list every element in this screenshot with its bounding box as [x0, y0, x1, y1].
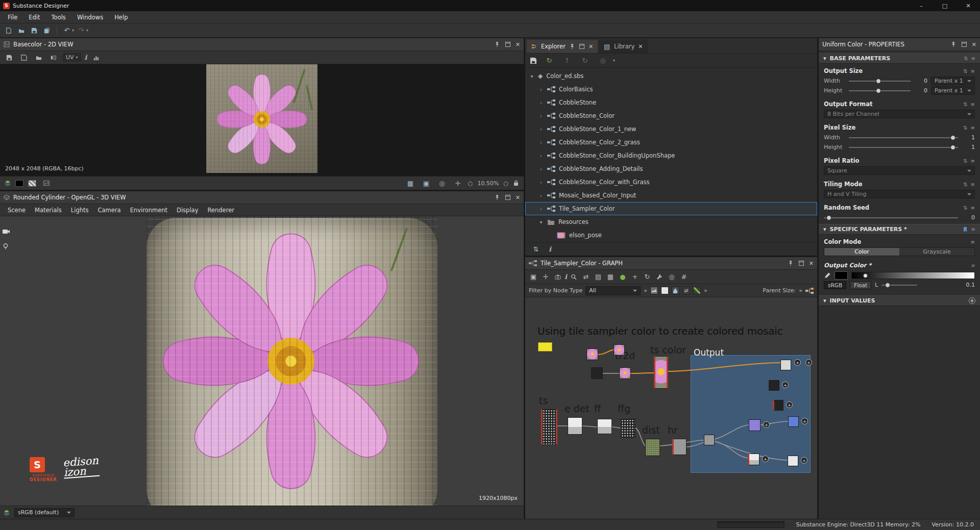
- node-tile-sampler[interactable]: [541, 409, 557, 445]
- link-icon[interactable]: ⇅: [963, 182, 967, 187]
- float-button[interactable]: Float: [850, 281, 871, 289]
- collapse-icon[interactable]: ▾: [823, 226, 826, 233]
- node-transform[interactable]: [586, 348, 598, 360]
- save-package-icon[interactable]: [530, 57, 537, 64]
- expand-icon[interactable]: ›: [538, 206, 544, 212]
- image-information-icon[interactable]: i: [85, 54, 87, 61]
- expand-icon[interactable]: ▾: [538, 219, 544, 225]
- luminance-value-slider[interactable]: [881, 282, 917, 288]
- node-tile-sampler-color[interactable]: [654, 356, 668, 389]
- frame-all-icon[interactable]: ▣: [528, 271, 539, 283]
- tree-graph-row[interactable]: › CobbleStone_Color: [525, 109, 817, 122]
- redo-icon[interactable]: ↷: [76, 25, 87, 36]
- output-port-icon[interactable]: [763, 421, 770, 428]
- view3d-canvas[interactable]: S SUBSTANCE DESIGNER edison izon 1920x10…: [0, 216, 524, 506]
- close-panel-icon[interactable]: ✕: [516, 41, 520, 48]
- node-output-dark[interactable]: [769, 380, 779, 391]
- pin-icon[interactable]: [494, 41, 500, 47]
- colorspace-dropdown[interactable]: sRGB (default): [14, 508, 75, 517]
- param-menu-icon[interactable]: ≡: [971, 102, 975, 107]
- node-edge-detect[interactable]: [568, 417, 582, 435]
- close-tab-icon[interactable]: ✕: [638, 43, 643, 50]
- screenshot-camera-icon[interactable]: [552, 271, 564, 283]
- menu-camera[interactable]: Camera: [93, 207, 125, 214]
- background-color-swatch[interactable]: [15, 180, 23, 187]
- menu-edit[interactable]: Edit: [23, 14, 45, 21]
- link-icon[interactable]: ⇅: [963, 125, 967, 131]
- camera-icon[interactable]: [2, 229, 10, 235]
- pixel-width-slider[interactable]: [849, 135, 958, 141]
- save-all-icon[interactable]: [41, 25, 53, 36]
- pixel-height-value[interactable]: 1: [962, 144, 975, 150]
- link-icon[interactable]: ⇅: [530, 244, 542, 255]
- output-width-slider[interactable]: [849, 78, 911, 84]
- tree-graph-row[interactable]: › CobbleStone_Color_2_grass: [525, 136, 817, 149]
- tree-graph-row[interactable]: › CobbleStone_Adding_Details: [525, 162, 817, 175]
- menu-windows[interactable]: Windows: [71, 14, 109, 21]
- add-input-value-icon[interactable]: +: [969, 297, 975, 304]
- link-icon[interactable]: ⇅: [963, 205, 967, 211]
- frame-label-hr[interactable]: hr: [668, 424, 678, 436]
- node-normal[interactable]: [749, 419, 761, 431]
- histogram-icon[interactable]: [91, 52, 102, 63]
- zoom-out-dot-icon[interactable]: ○: [468, 180, 473, 187]
- graph-canvas[interactable]: Using tile sampler color to create color…: [525, 297, 817, 519]
- parent-size-chevron-icon[interactable]: »: [799, 287, 802, 294]
- bookmark-icon[interactable]: [962, 226, 968, 233]
- center-view-icon[interactable]: ✛: [452, 178, 463, 189]
- color-mode-grayscale-button[interactable]: Grayscale: [899, 248, 974, 256]
- node-roughness[interactable]: [748, 453, 760, 465]
- frame-label-tr2d[interactable]: tr2d: [615, 350, 635, 361]
- uv-mode-dropdown[interactable]: UV ▾: [63, 53, 81, 62]
- node-output-normal[interactable]: [788, 416, 799, 427]
- node-output-basecolor[interactable]: [780, 360, 791, 370]
- search-icon[interactable]: [568, 271, 579, 283]
- frame-label-ts-color[interactable]: ts color: [650, 344, 686, 356]
- menu-scene[interactable]: Scene: [3, 207, 30, 214]
- tree-graph-row[interactable]: › Mosaic_based_Color_Input: [525, 189, 817, 202]
- link-params-icon[interactable]: ⇅: [964, 56, 968, 61]
- luminance-gradient-slider[interactable]: [851, 272, 975, 279]
- frame-label-ffg[interactable]: ffg: [618, 403, 630, 414]
- lock-icon[interactable]: [513, 180, 519, 186]
- frame-label-e-det[interactable]: e det: [565, 403, 590, 414]
- export-icon[interactable]: ↑: [561, 55, 573, 66]
- open-package-icon[interactable]: [16, 25, 27, 36]
- view2d-canvas[interactable]: 2048 x 2048 (RGBA, 16bpc): [0, 64, 524, 176]
- param-menu-icon[interactable]: ≡: [971, 68, 975, 74]
- pixel-ratio-dropdown[interactable]: Square: [824, 166, 975, 175]
- move-mode-icon[interactable]: ✛: [540, 271, 551, 283]
- menu-lights[interactable]: Lights: [66, 207, 93, 214]
- param-menu-icon[interactable]: ≡: [971, 158, 975, 164]
- layers-icon[interactable]: [4, 510, 10, 516]
- expand-icon[interactable]: ›: [538, 113, 544, 119]
- pin-icon[interactable]: [569, 43, 575, 49]
- width-value[interactable]: 0: [914, 78, 927, 84]
- expand-icon[interactable]: ▾: [529, 73, 534, 79]
- align-icon[interactable]: ▤: [593, 271, 604, 283]
- link-nodes-icon[interactable]: ⇄: [580, 271, 592, 283]
- link-icon[interactable]: ⇅: [963, 102, 967, 107]
- param-menu-icon[interactable]: ≡: [971, 205, 975, 211]
- menu-display[interactable]: Display: [172, 207, 203, 214]
- node-output-roughness[interactable]: [788, 456, 798, 466]
- float-panel-icon[interactable]: [579, 43, 585, 49]
- output-port-icon[interactable]: [805, 359, 812, 366]
- undo-history-caret-icon[interactable]: ▾: [72, 28, 74, 33]
- close-button[interactable]: ✕: [957, 0, 980, 11]
- material-filter-swatch[interactable]: [672, 287, 679, 294]
- pin-icon[interactable]: [950, 41, 957, 47]
- width-relative-dropdown[interactable]: Parent x 1: [931, 77, 975, 85]
- graph-information-icon[interactable]: i: [565, 273, 567, 281]
- tab-explorer[interactable]: Explorer ✕: [527, 40, 598, 53]
- close-panel-icon[interactable]: ✕: [809, 260, 814, 267]
- random-seed-value[interactable]: 0: [962, 214, 975, 221]
- tiling-icon[interactable]: ▦: [405, 178, 416, 189]
- tree-graph-row[interactable]: › CobbleStone_Color_1_new: [525, 122, 817, 136]
- tools-wrench-icon[interactable]: [654, 271, 665, 283]
- node-input-image[interactable]: [619, 367, 631, 379]
- reload-icon[interactable]: ↻: [579, 55, 591, 66]
- node-hr[interactable]: [672, 439, 687, 455]
- output-port-icon[interactable]: [782, 382, 789, 388]
- frame-label-dist[interactable]: dist: [642, 424, 660, 436]
